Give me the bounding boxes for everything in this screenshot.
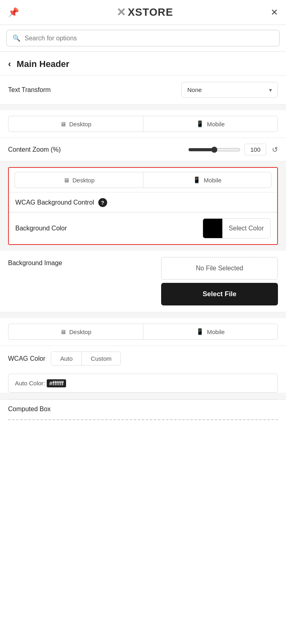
desktop-label-1: Desktop	[69, 121, 91, 128]
mobile-button-1[interactable]: 📱 Mobile	[143, 116, 278, 132]
help-icon[interactable]: ?	[98, 198, 107, 207]
highlighted-box: 🖥 Desktop 📱 Mobile WCAG Background Contr…	[8, 167, 278, 245]
background-image-label: Background Image	[8, 257, 62, 267]
zoom-controls: 100 ↺	[188, 144, 278, 155]
computed-label: Computed Box	[8, 406, 51, 412]
select-color-label: Select Color	[222, 225, 270, 232]
reset-icon[interactable]: ↺	[272, 145, 278, 154]
text-transform-value: None	[187, 86, 202, 93]
wcag-color-toggle: Auto Custom	[51, 351, 121, 366]
text-transform-select[interactable]: None ▾	[181, 82, 278, 98]
mobile-icon-h: 📱	[193, 176, 201, 184]
wcag-color-label: WCAG Color	[8, 355, 45, 362]
desktop-button-h[interactable]: 🖥 Desktop	[15, 172, 143, 188]
color-picker-button[interactable]: Select Color	[203, 218, 271, 238]
chevron-down-icon: ▾	[269, 87, 272, 93]
app-title-text: XSTORE	[128, 6, 173, 19]
device-toggle-2: 🖥 Desktop 📱 Mobile	[0, 318, 286, 346]
mobile-label-2: Mobile	[207, 328, 225, 335]
zoom-value-input[interactable]: 100	[245, 144, 266, 155]
desktop-icon-1: 🖥	[60, 121, 66, 128]
mobile-label-1: Mobile	[207, 121, 225, 128]
background-color-row: Background Color Select Color	[9, 213, 277, 244]
search-input[interactable]	[25, 35, 274, 42]
auto-color-box: Auto Color: #ffffff	[8, 374, 278, 393]
zoom-row: Content Zoom (%) 100 ↺	[0, 138, 286, 161]
desktop-label-2: Desktop	[69, 328, 91, 335]
wcag-label: WCAG Background Control	[15, 199, 94, 206]
mobile-button-2[interactable]: 📱 Mobile	[143, 324, 278, 340]
mobile-icon-1: 📱	[196, 120, 204, 128]
select-file-button[interactable]: Select File	[161, 283, 278, 305]
search-input-wrap[interactable]: 🔍	[6, 30, 280, 46]
mobile-icon-2: 📱	[196, 328, 204, 335]
back-button[interactable]: ‹	[8, 59, 11, 69]
desktop-button-1[interactable]: 🖥 Desktop	[8, 116, 143, 132]
mobile-button-h[interactable]: 📱 Mobile	[143, 172, 272, 188]
background-image-controls: No File Selected Select File	[161, 257, 278, 305]
zoom-slider-wrap	[188, 146, 240, 153]
computed-section: Computed Box	[0, 399, 286, 422]
header: 📌 ✕ XSTORE ✕	[0, 0, 286, 25]
panel: 📌 ✕ XSTORE ✕ 🔍 ‹ Main Header Text Transf…	[0, 0, 286, 644]
wcag-row: WCAG Background Control ?	[9, 192, 277, 212]
color-swatch	[203, 219, 222, 238]
no-file-text: No File Selected	[196, 265, 243, 272]
auto-color-hex: #ffffff	[47, 379, 66, 387]
dashed-divider	[8, 417, 278, 420]
auto-color-prefix: Auto Color:	[15, 380, 45, 387]
zoom-label: Content Zoom (%)	[8, 146, 61, 153]
wcag-custom-button[interactable]: Custom	[82, 351, 121, 366]
pin-icon[interactable]: 📌	[8, 7, 19, 18]
close-icon[interactable]: ✕	[271, 7, 278, 18]
desktop-button-2[interactable]: 🖥 Desktop	[8, 324, 143, 340]
desktop-label-h: Desktop	[73, 177, 95, 184]
wcag-color-label-row: WCAG Color Auto Custom	[8, 351, 278, 370]
zoom-slider[interactable]	[188, 146, 240, 153]
wcag-auto-button[interactable]: Auto	[51, 351, 82, 366]
content: Text Transform None ▾ 🖥 Desktop 📱 Mobile…	[0, 75, 286, 422]
device-toggle-highlighted: 🖥 Desktop 📱 Mobile	[9, 168, 277, 192]
no-file-box: No File Selected	[161, 257, 278, 280]
mobile-label-h: Mobile	[204, 177, 222, 184]
desktop-icon-h: 🖥	[63, 177, 69, 184]
text-transform-label: Text Transform	[8, 86, 51, 94]
background-color-label: Background Color	[15, 225, 67, 232]
search-bar: 🔍	[0, 25, 286, 52]
text-transform-row: Text Transform None ▾	[0, 75, 286, 105]
device-toggle-1: 🖥 Desktop 📱 Mobile	[0, 110, 286, 138]
section-header: ‹ Main Header	[0, 52, 286, 75]
section-title: Main Header	[17, 59, 69, 69]
search-icon: 🔍	[12, 34, 21, 42]
desktop-icon-2: 🖥	[60, 328, 66, 335]
background-image-section: Background Image No File Selected Select…	[0, 251, 286, 312]
wcag-color-section: WCAG Color Auto Custom Auto Color: #ffff…	[0, 346, 286, 393]
app-title: ✕ XSTORE	[116, 6, 173, 19]
